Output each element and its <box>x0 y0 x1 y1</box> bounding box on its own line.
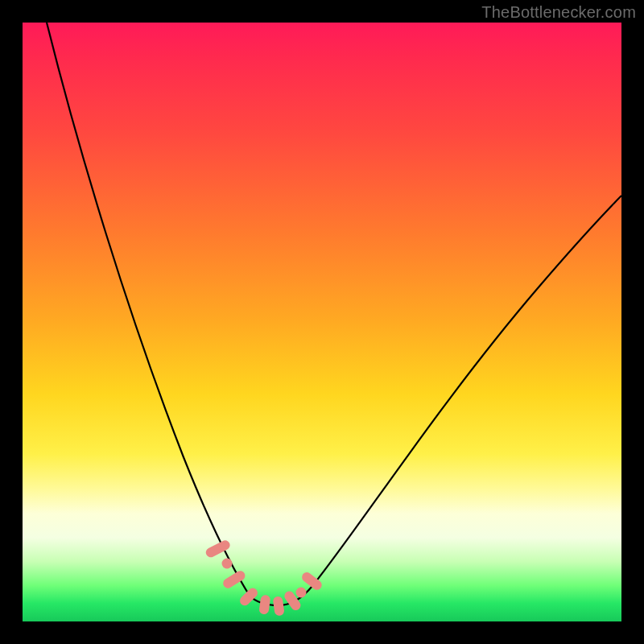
marker-group <box>204 539 324 616</box>
watermark-text: TheBottlenecker.com <box>481 3 636 22</box>
marker <box>273 596 285 616</box>
bottleneck-curve-left <box>47 23 250 596</box>
marker-dot <box>222 559 233 569</box>
marker <box>221 569 247 590</box>
bottleneck-curve-right <box>279 196 621 605</box>
plot-area <box>23 23 621 621</box>
marker-dot <box>296 588 307 598</box>
marker <box>238 586 260 608</box>
marker <box>258 594 270 614</box>
chart-frame: TheBottlenecker.com <box>0 0 644 644</box>
chart-svg <box>23 23 621 621</box>
